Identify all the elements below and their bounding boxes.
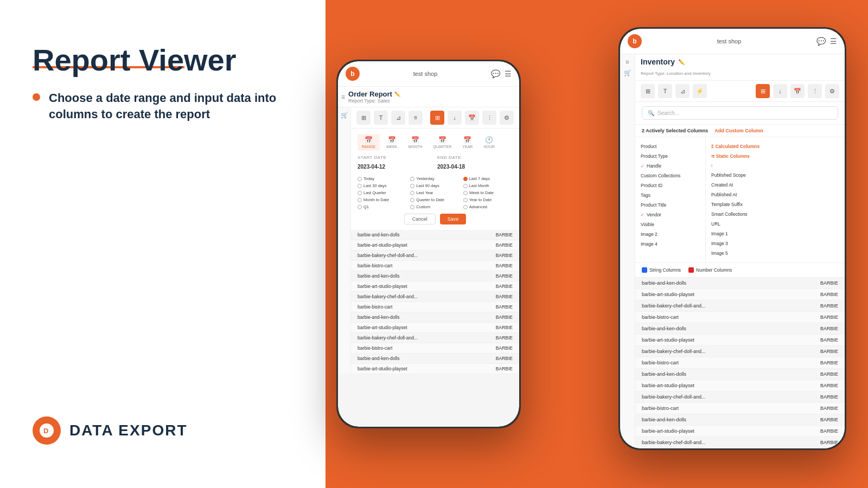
radio-quartertodate[interactable]: Quarter to Date: [410, 197, 459, 202]
settings-btn-right[interactable]: ⚙: [825, 84, 839, 98]
inventory-subtitle: Report Type: Location and Inventory: [641, 71, 711, 76]
end-date-label: END DATE: [437, 155, 513, 160]
tab-hour[interactable]: 🕐 HOUR: [479, 134, 499, 151]
cart-sidebar-icon: 🛒: [341, 112, 348, 119]
col-published-at[interactable]: Published At: [706, 190, 845, 200]
col-image3[interactable]: Image 3: [706, 239, 845, 248]
col-vendor[interactable]: ✓Vendor: [635, 210, 705, 220]
radio-lastmonth[interactable]: Last Month: [463, 183, 513, 188]
col-published-scope[interactable]: Published Scope: [706, 170, 845, 180]
calc-columns-header[interactable]: Σ Calculated Columns: [706, 142, 845, 151]
table-row: barbie-and-ken-dollsBARBIE: [351, 312, 519, 323]
export-btn[interactable]: ⊞: [430, 111, 444, 125]
calendar-btn[interactable]: 📅: [465, 111, 479, 125]
radio-weektodate[interactable]: Week to Date: [463, 190, 513, 195]
radio-last30[interactable]: Last 30 days: [358, 183, 407, 188]
radio-lastyear[interactable]: Last Year: [410, 190, 459, 195]
more-btn-right[interactable]: ⋮: [808, 84, 822, 98]
radio-last7[interactable]: Last 7 days: [463, 176, 513, 181]
edit-icon-left[interactable]: ✏️: [394, 92, 400, 97]
search-icon: 🔍: [648, 110, 654, 116]
feature-item: Choose a date range and input data into …: [33, 90, 293, 124]
chat-icon-right[interactable]: 💬: [816, 37, 826, 46]
radio-yesterday[interactable]: Yesterday: [410, 176, 459, 181]
tab-quarter[interactable]: 📅 QUARTER: [429, 134, 456, 151]
col-url[interactable]: URL: [706, 219, 845, 229]
phone-right-screen: b test shop 💬 ☰ ≡ 🛒 Inventory: [620, 29, 845, 448]
table-row: barbie-art-studio-playsetBARBIE: [351, 364, 519, 374]
table-row: barbie-and-ken-dollsBARBIE: [351, 271, 519, 281]
settings-btn[interactable]: ⚙: [500, 111, 514, 125]
inv-row: barbie-art-studio-playsetBARBIE: [635, 335, 845, 346]
tab-range[interactable]: 📅 RANGE: [358, 134, 380, 151]
col-image5[interactable]: Image 5: [706, 248, 845, 258]
bullet-icon: [33, 93, 40, 101]
radio-lastquarter[interactable]: Last Quarter: [358, 190, 407, 195]
radio-last90[interactable]: Last 90 days: [410, 183, 459, 188]
phone-right: b test shop 💬 ☰ ≡ 🛒 Inventory: [618, 27, 846, 450]
tab-month[interactable]: 📅 MONTH: [404, 134, 427, 151]
table-row: barbie-bakery-chef-doll-and...BARBIE: [351, 333, 519, 343]
col-handle[interactable]: ✓Handle: [635, 161, 705, 171]
radio-custom[interactable]: Custom: [410, 204, 459, 209]
inv-row: barbie-bakery-chef-doll-and...BARBIE: [635, 346, 845, 357]
radio-monthtodate[interactable]: Month to Date: [358, 197, 407, 202]
download-btn-right[interactable]: ↓: [773, 84, 787, 98]
tab-week[interactable]: 📅 WEEK: [382, 134, 402, 151]
hamburger-sidebar-icon[interactable]: ≡: [626, 59, 629, 65]
col-image1[interactable]: Image 1: [706, 229, 845, 239]
search-input-box[interactable]: 🔍 Search...: [642, 106, 838, 120]
radio-q1[interactable]: Q1: [358, 204, 407, 209]
header-icons-right: 💬 ☰: [816, 37, 837, 46]
text-btn-right[interactable]: T: [658, 84, 672, 98]
download-btn[interactable]: ↓: [448, 111, 462, 125]
hamburger-icon[interactable]: ≡: [341, 93, 345, 101]
col-image2[interactable]: Image 2: [635, 229, 705, 239]
col-product-title[interactable]: Product Title: [635, 200, 705, 210]
col-product[interactable]: Product: [635, 142, 705, 151]
sidebar-left: 🛒: [338, 107, 351, 374]
inv-row: barbie-art-studio-playsetBARBIE: [635, 426, 845, 437]
text-btn[interactable]: T: [374, 111, 388, 125]
static-columns-header[interactable]: π Static Columns: [706, 151, 845, 161]
more-btn[interactable]: ⋮: [482, 111, 496, 125]
col-smart-collections[interactable]: Smart Collections: [706, 209, 845, 219]
col-custom-collections[interactable]: Custom Collections: [635, 171, 705, 181]
col-created-at[interactable]: Created At: [706, 180, 845, 190]
col-image4[interactable]: Image 4: [635, 239, 705, 249]
grid-btn[interactable]: ⊞: [356, 111, 371, 125]
count-btn[interactable]: 8: [409, 111, 423, 125]
save-button[interactable]: Save: [440, 214, 467, 224]
logo-icon: D: [33, 416, 61, 445]
inventory-edit-icon[interactable]: ✏️: [678, 59, 685, 65]
inv-row: barbie-bistro-cartBARBIE: [635, 312, 845, 323]
col-product-id[interactable]: Product ID: [635, 181, 705, 190]
lightning-btn-right[interactable]: ⚡: [693, 84, 707, 98]
menu-icon[interactable]: ☰: [505, 69, 512, 78]
menu-icon-right[interactable]: ☰: [830, 37, 837, 46]
app-header-left: b test shop 💬 ☰: [338, 61, 519, 87]
col-product-type[interactable]: Product Type: [635, 151, 705, 161]
radio-today[interactable]: Today: [358, 176, 407, 181]
col-template-suffix[interactable]: Template Suffix: [706, 200, 845, 209]
col-visible[interactable]: Visible: [635, 220, 705, 229]
add-column-button[interactable]: Add Custom Column: [714, 128, 763, 133]
column-picker: Product Product Type ✓Handle Custom Coll…: [635, 137, 845, 263]
inv-row: barbie-and-ken-dollsBARBIE: [635, 369, 845, 380]
radio-yeartodate[interactable]: Year to Date: [463, 197, 513, 202]
calendar-btn-right[interactable]: 📅: [790, 84, 805, 98]
col-t[interactable]: t: [706, 161, 845, 170]
tab-year[interactable]: 📅 YEAR: [458, 134, 477, 151]
export-btn-right[interactable]: ⊞: [756, 84, 770, 98]
phones-container: b test shop 💬 ☰ ≡ Order Report ✏️ Report…: [315, 16, 857, 483]
radio-advanced[interactable]: Advanced: [463, 204, 513, 209]
table-row: barbie-bakery-chef-doll-and...BARBIE: [351, 251, 519, 261]
filter-btn[interactable]: ⊿: [391, 111, 405, 125]
cancel-button[interactable]: Cancel: [404, 214, 436, 224]
filter-btn-right[interactable]: ⊿: [675, 84, 690, 98]
table-row: barbie-bistro-cartBARBIE: [351, 261, 519, 271]
col-tags[interactable]: Tags: [635, 190, 705, 200]
right-main: Inventory ✏️ Report Type: Location and I…: [635, 54, 845, 448]
grid-btn-right[interactable]: ⊞: [641, 84, 655, 98]
chat-icon[interactable]: 💬: [491, 69, 500, 78]
